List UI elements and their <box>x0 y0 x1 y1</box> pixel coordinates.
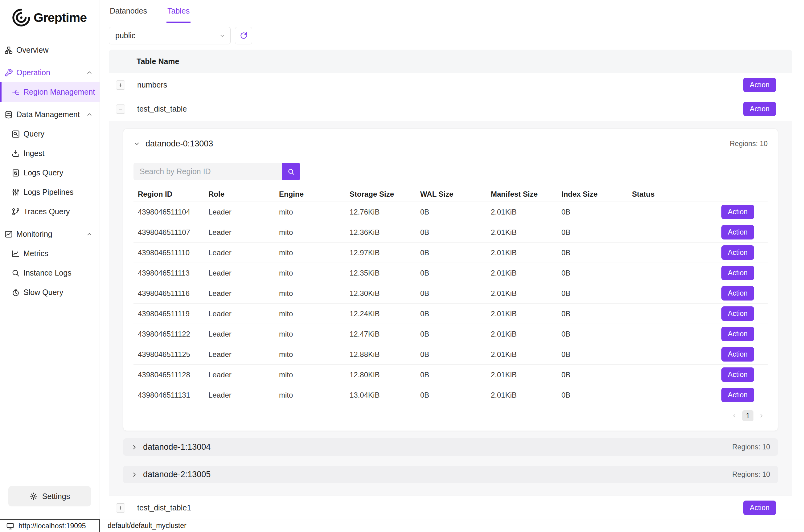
ingest-icon <box>12 149 20 158</box>
region-row: 4398046511113 Leader mito 12.35KiB 0B 2.… <box>133 263 768 283</box>
greptime-logo-icon <box>12 8 31 27</box>
sidebar-item-label: Query <box>23 130 44 138</box>
status-bar: http://localhost:19095 default/default_m… <box>0 519 804 532</box>
sidebar-item-label: Instance Logs <box>23 268 72 278</box>
sidebar-item-overview[interactable]: Overview <box>0 40 100 60</box>
region-action-button[interactable]: Action <box>721 225 754 240</box>
pagination-prev-icon[interactable] <box>731 413 738 419</box>
logo[interactable]: Greptime <box>0 0 100 30</box>
region-action-button[interactable]: Action <box>721 327 754 341</box>
region-row: 4398046511116 Leader mito 12.30KiB 0B 2.… <box>133 283 768 304</box>
sidebar-item-region-management[interactable]: Region Management <box>0 82 100 102</box>
database-icon <box>4 110 13 119</box>
sidebar-item-data-management[interactable]: Data Management <box>0 105 100 124</box>
sidebar-item-label: Region Management <box>23 88 95 96</box>
manifest-size-cell: 2.01KiB <box>486 208 557 216</box>
expand-plus-button[interactable] <box>116 80 125 90</box>
sidebar-item-slow-query[interactable]: Slow Query <box>0 283 100 302</box>
wal-size-cell: 0B <box>416 309 486 318</box>
datanode-2-collapse-header[interactable]: datanode-2:13005 Regions: 10 <box>123 466 778 483</box>
chevron-up-icon[interactable] <box>86 69 93 76</box>
engine-cell: mito <box>275 330 345 338</box>
manifest-size-cell: 2.01KiB <box>486 248 557 257</box>
pagination-page-1[interactable]: 1 <box>742 410 753 421</box>
chevron-up-icon[interactable] <box>86 231 93 238</box>
expand-plus-button[interactable] <box>116 504 125 513</box>
collapse-minus-button[interactable] <box>116 104 125 114</box>
region-action-button[interactable]: Action <box>721 306 754 321</box>
search-button[interactable] <box>282 163 300 180</box>
host-icon <box>6 522 14 530</box>
sidebar-item-metrics[interactable]: Metrics <box>0 244 100 263</box>
settings-button[interactable]: Settings <box>8 486 91 507</box>
region-action-button[interactable]: Action <box>721 347 754 362</box>
region-row: 4398046511131 Leader mito 13.04KiB 0B 2.… <box>133 385 768 405</box>
traces-branch-icon <box>12 207 20 216</box>
table-name: test_dist_table1 <box>137 504 191 512</box>
sidebar-item-label: Operation <box>16 68 50 77</box>
index-size-cell: 0B <box>557 370 628 379</box>
col-table-name: Table Name <box>137 57 179 66</box>
chevron-up-icon[interactable] <box>86 111 93 118</box>
sidebar-item-logs-query[interactable]: Logs Query <box>0 163 100 183</box>
index-size-cell: 0B <box>557 269 628 278</box>
index-size-cell: 0B <box>557 228 628 237</box>
table-action-button[interactable]: Action <box>743 102 776 116</box>
region-id-cell: 4398046511107 <box>133 228 204 237</box>
refresh-button[interactable] <box>235 27 252 44</box>
region-action-button[interactable]: Action <box>721 286 754 301</box>
region-row: 4398046511119 Leader mito 12.24KiB 0B 2.… <box>133 304 768 324</box>
sidebar-item-ingest[interactable]: Ingest <box>0 144 100 163</box>
manifest-size-cell: 2.01KiB <box>486 309 557 318</box>
host-selector[interactable]: http://localhost:19095 <box>0 519 100 532</box>
region-action-button[interactable]: Action <box>721 245 754 260</box>
table-action-button[interactable]: Action <box>743 78 776 92</box>
overview-icon <box>4 46 13 55</box>
role-cell: Leader <box>204 350 275 359</box>
col-status: Status <box>628 190 754 198</box>
storage-size-cell: 12.88KiB <box>345 350 416 359</box>
engine-cell: mito <box>275 248 345 257</box>
index-size-cell: 0B <box>557 330 628 338</box>
region-action-button[interactable]: Action <box>721 367 754 382</box>
datanode-0-collapse-header[interactable]: datanode-0:13003 Regions: 10 <box>133 135 768 152</box>
datanode-1-collapse-header[interactable]: datanode-1:13004 Regions: 10 <box>123 438 778 456</box>
tab-tables[interactable]: Tables <box>167 0 191 23</box>
sidebar-nav: Overview Operation Region Management <box>0 40 100 302</box>
region-rows: 4398046511104 Leader mito 12.76KiB 0B 2.… <box>133 202 768 405</box>
caret-down-icon <box>133 140 140 147</box>
sidebar-item-operation[interactable]: Operation <box>0 63 100 82</box>
sidebar-item-query[interactable]: Query <box>0 124 100 144</box>
region-action-button[interactable]: Action <box>721 266 754 280</box>
schema-select[interactable]: public <box>109 27 231 44</box>
table-row-test-dist-table: test_dist_table Action <box>109 97 792 121</box>
tab-datanodes[interactable]: Datanodes <box>109 0 148 23</box>
search-icon <box>287 168 295 176</box>
wal-size-cell: 0B <box>416 269 486 278</box>
sidebar-item-label: Traces Query <box>23 207 70 216</box>
sidebar-item-traces-query[interactable]: Traces Query <box>0 202 100 221</box>
region-table: Region ID Role Engine Storage Size WAL S… <box>133 187 768 405</box>
role-cell: Leader <box>204 330 275 338</box>
role-cell: Leader <box>204 228 275 237</box>
sidebar-item-monitoring[interactable]: Monitoring <box>0 224 100 244</box>
sidebar-item-label: Monitoring <box>16 230 52 239</box>
region-id-cell: 4398046511104 <box>133 208 204 216</box>
region-action-button[interactable]: Action <box>721 205 754 219</box>
region-action-button[interactable]: Action <box>721 388 754 402</box>
refresh-icon <box>240 32 248 40</box>
engine-cell: mito <box>275 289 345 298</box>
role-cell: Leader <box>204 208 275 216</box>
region-row: 4398046511122 Leader mito 12.47KiB 0B 2.… <box>133 324 768 344</box>
sidebar-item-instance-logs[interactable]: Instance Logs <box>0 263 100 283</box>
app: Greptime Overview Operation <box>0 0 804 519</box>
sidebar-item-logs-pipelines[interactable]: Logs Pipelines <box>0 183 100 202</box>
index-size-cell: 0B <box>557 248 628 257</box>
table-action-button[interactable]: Action <box>743 500 776 515</box>
table-name: numbers <box>137 80 167 89</box>
pagination-next-icon[interactable] <box>759 413 765 419</box>
log-search-icon <box>12 169 20 177</box>
region-id-cell: 4398046511116 <box>133 289 204 298</box>
sidebar-item-label: Logs Pipelines <box>23 188 74 197</box>
region-search-input[interactable] <box>133 163 282 180</box>
